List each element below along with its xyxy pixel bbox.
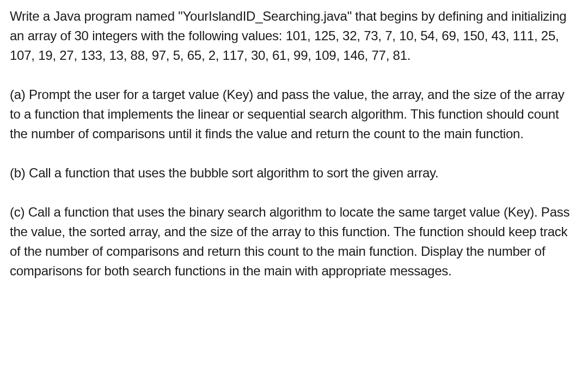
part-a-paragraph: (a) Prompt the user for a target value (… [10,85,578,144]
intro-paragraph: Write a Java program named "YourIslandID… [10,7,578,65]
part-b-paragraph: (b) Call a function that uses the bubble… [10,163,578,183]
part-c-paragraph: (c) Call a function that uses the binary… [10,202,578,281]
